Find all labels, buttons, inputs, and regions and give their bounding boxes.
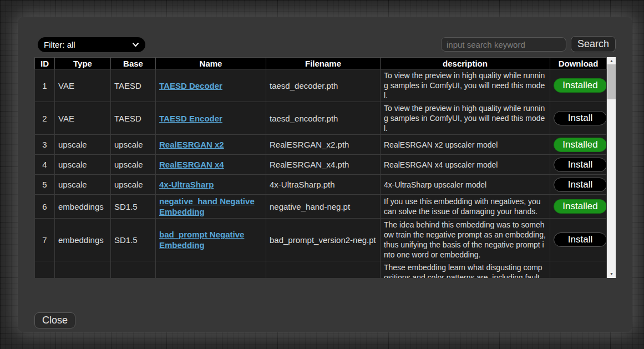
column-header-filename: Filename [266, 58, 381, 69]
cell-name: negative_hand Negative Embedding [156, 195, 266, 219]
model-name-link[interactable]: TAESD Decoder [159, 81, 222, 90]
column-header-type: Type [55, 58, 111, 69]
cell-download [550, 261, 607, 279]
cell-id [35, 261, 55, 279]
table-header-row: ID Type Base Name Filename description D… [35, 58, 607, 69]
cell-name: TAESD Encoder [156, 102, 266, 135]
cell-download: Install [550, 155, 607, 175]
cell-base: TAESD [111, 102, 156, 135]
column-header-name: Name [156, 58, 266, 69]
cell-base: upscale [111, 175, 156, 195]
cell-filename: bad_prompt_version2-neg.pt [266, 219, 381, 261]
cell-type: upscale [55, 175, 111, 195]
install-models-dialog: Filter: all Search ID Type Base Name Fil… [18, 17, 632, 332]
model-table: ID Type Base Name Filename description D… [34, 57, 607, 278]
install-button[interactable]: Install [554, 158, 607, 172]
table-scrollbar[interactable]: ▲ ▼ [607, 57, 616, 278]
cell-name [156, 261, 266, 279]
model-name-link[interactable]: TAESD Encoder [159, 114, 222, 123]
cell-base: SD1.5 [111, 195, 156, 219]
cell-name: 4x-UltraSharp [156, 175, 266, 195]
cell-id: 1 [35, 69, 55, 102]
cell-name: bad_prompt Negative Embedding [156, 219, 266, 261]
cell-base [111, 261, 156, 279]
scroll-up-arrow-icon[interactable]: ▲ [607, 57, 616, 65]
cell-id: 6 [35, 195, 55, 219]
cell-filename: taesd_encoder.pth [266, 102, 381, 135]
cell-description: If you use this embedding with negatives… [381, 195, 550, 219]
table-row: These embedding learn what disgusting co… [35, 261, 607, 279]
scrollbar-thumb[interactable] [607, 64, 616, 99]
cell-description: The idea behind this embedding was to so… [381, 219, 550, 261]
cell-filename: negative_hand-neg.pt [266, 195, 381, 219]
search-button[interactable]: Search [571, 36, 616, 52]
table-row: 3upscaleupscaleRealESRGAN x2RealESRGAN_x… [35, 135, 607, 155]
cell-type: upscale [55, 135, 111, 155]
cell-base: TAESD [111, 69, 156, 102]
filter-select[interactable]: Filter: all [38, 37, 145, 52]
scroll-down-arrow-icon[interactable]: ▼ [607, 270, 616, 278]
cell-filename [266, 261, 381, 279]
cell-type [55, 261, 111, 279]
chevron-down-icon [132, 42, 139, 47]
cell-type: VAE [55, 69, 111, 102]
column-header-base: Base [111, 58, 156, 69]
cell-base: upscale [111, 155, 156, 175]
installed-button[interactable]: Installed [554, 138, 607, 152]
table-row: 2VAETAESDTAESD Encodertaesd_encoder.pthT… [35, 102, 607, 135]
table-row: 5upscaleupscale4x-UltraSharp4x-UltraShar… [35, 175, 607, 195]
cell-id: 3 [35, 135, 55, 155]
install-button[interactable]: Install [554, 178, 607, 192]
filter-select-value: Filter: all [44, 40, 75, 49]
table-row: 6embeddingsSD1.5negative_hand Negative E… [35, 195, 607, 219]
cell-download: Installed [550, 69, 607, 102]
cell-type: upscale [55, 155, 111, 175]
cell-type: embeddings [55, 219, 111, 261]
cell-download: Install [550, 175, 607, 195]
cell-base: SD1.5 [111, 219, 156, 261]
cell-name: RealESRGAN x4 [156, 155, 266, 175]
close-button[interactable]: Close [34, 312, 75, 328]
cell-filename: RealESRGAN_x2.pth [266, 135, 381, 155]
cell-filename: RealESRGAN_x4.pth [266, 155, 381, 175]
cell-type: embeddings [55, 195, 111, 219]
installed-button[interactable]: Installed [554, 78, 607, 93]
model-name-link[interactable]: negative_hand Negative Embedding [159, 196, 255, 216]
cell-id: 4 [35, 155, 55, 175]
model-name-link[interactable]: RealESRGAN x2 [159, 140, 224, 149]
cell-description: To view the preview in high quality whil… [381, 102, 550, 135]
model-name-link[interactable]: 4x-UltraSharp [159, 180, 214, 189]
table-row: 7embeddingsSD1.5bad_prompt Negative Embe… [35, 219, 607, 261]
installed-button[interactable]: Installed [554, 199, 607, 214]
install-button[interactable]: Install [554, 232, 607, 247]
model-name-link[interactable]: bad_prompt Negative Embedding [159, 230, 244, 250]
model-table-container: ID Type Base Name Filename description D… [34, 57, 616, 278]
search-input[interactable] [441, 37, 566, 52]
cell-description: RealESRGAN x2 upscaler model [381, 135, 550, 155]
table-row: 4upscaleupscaleRealESRGAN x4RealESRGAN_x… [35, 155, 607, 175]
cell-description: To view the preview in high quality whil… [381, 69, 550, 102]
model-name-link[interactable]: RealESRGAN x4 [159, 160, 224, 169]
table-row: 1VAETAESDTAESD Decodertaesd_decoder.pthT… [35, 69, 607, 102]
cell-download: Installed [550, 195, 607, 219]
cell-type: VAE [55, 102, 111, 135]
cell-description: These embedding learn what disgusting co… [381, 261, 550, 279]
cell-download: Install [550, 219, 607, 261]
cell-id: 2 [35, 102, 55, 135]
install-button[interactable]: Install [554, 111, 607, 125]
cell-description: 4x-UltraSharp upscaler model [381, 175, 550, 195]
column-header-id: ID [35, 58, 55, 69]
cell-id: 5 [35, 175, 55, 195]
cell-name: TAESD Decoder [156, 69, 266, 102]
cell-download: Installed [550, 135, 607, 155]
cell-download: Install [550, 102, 607, 135]
cell-filename: taesd_decoder.pth [266, 69, 381, 102]
cell-description: RealESRGAN x4 upscaler model [381, 155, 550, 175]
column-header-description: description [381, 58, 550, 69]
cell-name: RealESRGAN x2 [156, 135, 266, 155]
cell-base: upscale [111, 135, 156, 155]
cell-filename: 4x-UltraSharp.pth [266, 175, 381, 195]
cell-id: 7 [35, 219, 55, 261]
column-header-download: Download [550, 58, 607, 69]
